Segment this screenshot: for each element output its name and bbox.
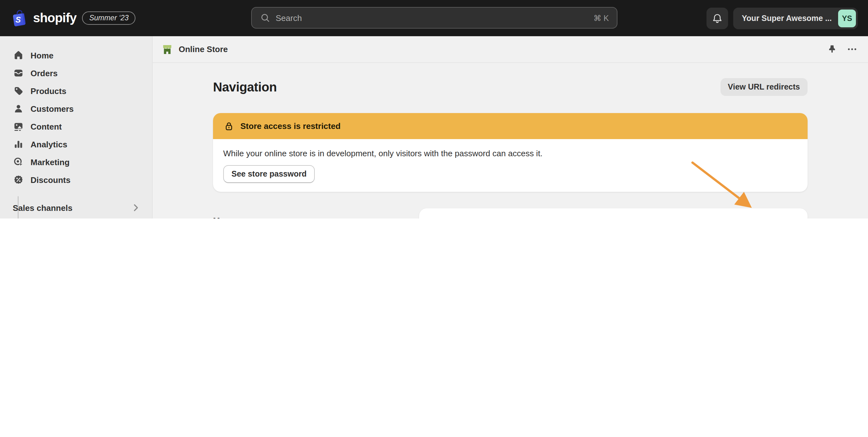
sidebar-item-analytics[interactable]: Analytics bbox=[8, 135, 144, 153]
shopify-bag-icon: S bbox=[10, 8, 27, 28]
svg-text:S: S bbox=[16, 15, 21, 24]
page-title: Navigation bbox=[213, 80, 277, 94]
more-options-icon[interactable] bbox=[846, 43, 858, 55]
search-shortcut: ⌘ K bbox=[593, 13, 609, 23]
shopify-logo[interactable]: S shopify Summer ‘23 bbox=[10, 8, 136, 28]
image-icon bbox=[13, 121, 24, 132]
online-store-green-icon bbox=[161, 43, 174, 56]
main-area: Online Store Navigation View URL redirec… bbox=[153, 36, 868, 218]
sidebar-item-label: Products bbox=[31, 86, 66, 96]
store-access-banner: Store access is restricted While your on… bbox=[213, 113, 808, 192]
bar-chart-icon bbox=[13, 138, 24, 150]
sidebar-item-label: Analytics bbox=[31, 139, 67, 149]
orders-icon bbox=[13, 67, 24, 79]
lock-icon bbox=[223, 121, 235, 132]
sidebar-item-marketing[interactable]: Marketing bbox=[8, 153, 144, 171]
sidebar-item-orders[interactable]: Orders bbox=[8, 64, 144, 82]
add-menu-link[interactable]: Add menu bbox=[760, 217, 798, 218]
sidebar-item-label: Marketing bbox=[31, 157, 70, 167]
banner-body-text: While your online store is in developmen… bbox=[223, 148, 798, 158]
sidebar: Home Orders Products Customers bbox=[0, 36, 153, 218]
bell-icon bbox=[711, 12, 723, 24]
view-url-redirects-button[interactable]: View URL redirects bbox=[720, 78, 808, 96]
person-icon bbox=[13, 103, 24, 114]
home-icon bbox=[13, 49, 24, 61]
notifications-button[interactable] bbox=[706, 7, 728, 29]
see-store-password-button[interactable]: See store password bbox=[223, 165, 315, 183]
sidebar-item-customers[interactable]: Customers bbox=[8, 100, 144, 117]
pin-icon[interactable] bbox=[826, 43, 837, 55]
tree-connector-line bbox=[18, 196, 26, 218]
topbar: S shopify Summer ‘23 Search ⌘ K bbox=[0, 0, 868, 36]
sidebar-item-content[interactable]: Content bbox=[8, 117, 144, 135]
sidebar-item-online-store[interactable]: Online Store bbox=[8, 216, 144, 218]
avatar: YS bbox=[838, 9, 856, 27]
banner-title: Store access is restricted bbox=[240, 121, 341, 131]
search-icon bbox=[259, 12, 271, 24]
release-badge: Summer ‘23 bbox=[82, 11, 136, 25]
global-search-input[interactable]: Search ⌘ K bbox=[251, 7, 617, 29]
breadcrumb[interactable]: Online Store bbox=[161, 43, 228, 56]
store-menu-button[interactable]: Your Super Awesome ... YS bbox=[733, 7, 858, 29]
shopify-admin-window: S shopify Summer ‘23 Search ⌘ K bbox=[0, 0, 868, 218]
sidebar-item-discounts[interactable]: Discounts bbox=[8, 171, 144, 189]
sidebar-item-products[interactable]: Products bbox=[8, 82, 144, 100]
banner-header: Store access is restricted bbox=[213, 113, 808, 139]
chevron-right-icon bbox=[133, 202, 139, 213]
menus-card-title: Menus bbox=[429, 217, 455, 218]
discount-icon bbox=[13, 174, 24, 186]
tag-icon bbox=[13, 85, 24, 97]
breadcrumb-label: Online Store bbox=[179, 44, 228, 54]
sidebar-item-label: Customers bbox=[31, 104, 74, 113]
target-icon bbox=[13, 156, 24, 168]
store-name: Your Super Awesome ... bbox=[742, 14, 832, 23]
page-scroll-area[interactable]: Navigation View URL redirects Store acce… bbox=[153, 63, 868, 218]
search-placeholder: Search bbox=[276, 13, 588, 23]
menus-section-heading: Menus bbox=[213, 216, 404, 218]
sidebar-item-label: Discounts bbox=[31, 175, 70, 184]
menus-card: Menus Add menu Title Menu i bbox=[419, 208, 808, 218]
sidebar-item-home[interactable]: Home bbox=[8, 46, 144, 64]
sidebar-item-label: Orders bbox=[31, 68, 58, 78]
sidebar-item-label: Home bbox=[31, 51, 54, 60]
shopify-wordmark: shopify bbox=[33, 11, 76, 25]
context-bar: Online Store bbox=[153, 36, 868, 63]
sidebar-item-label: Content bbox=[31, 122, 62, 131]
